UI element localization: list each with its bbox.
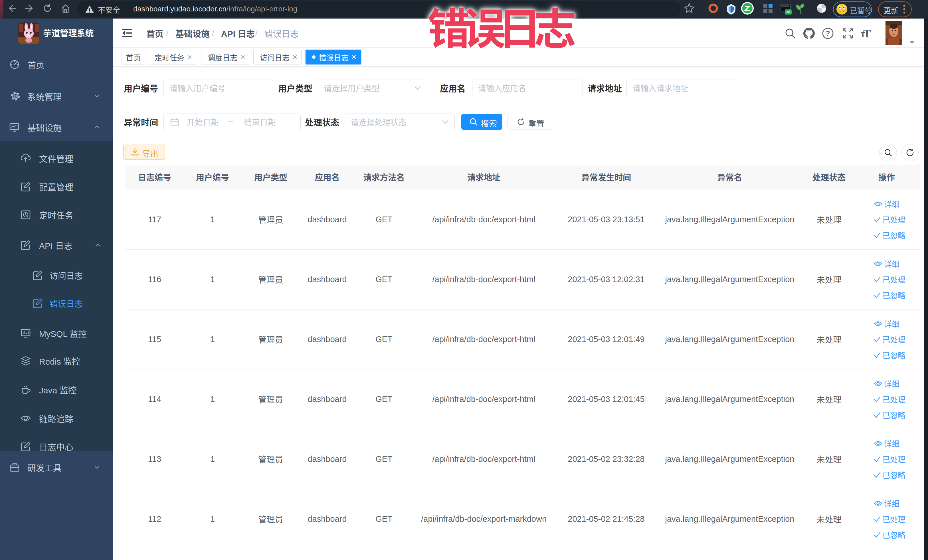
svg-text:?: ? [826, 29, 830, 37]
svg-text:on: on [786, 10, 790, 14]
